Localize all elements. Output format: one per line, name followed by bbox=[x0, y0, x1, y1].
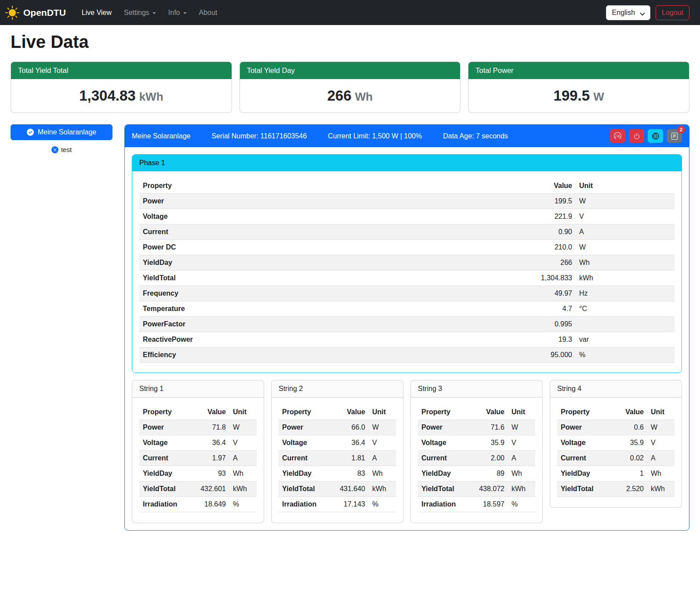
string-4-table: PropertyValueUnit Power0.6WVoltage35.9VC… bbox=[557, 405, 675, 497]
page: Live Data Total Yield Total 1,304.83kWh … bbox=[0, 25, 700, 544]
table-row: Current0.02A bbox=[557, 451, 675, 466]
unit-cell: V bbox=[576, 209, 675, 224]
navbar: OpenDTU Live View Settings Info About En… bbox=[0, 0, 700, 25]
table-row: Voltage36.4V bbox=[279, 435, 396, 451]
string-4-card: String 4 PropertyValueUnit Power0.6WVolt… bbox=[550, 380, 682, 508]
phase-table: PropertyValueUnit Power199.5WVoltage221.… bbox=[139, 178, 675, 363]
current-limit: Current Limit: 1,500 W | 100% bbox=[328, 132, 422, 140]
unit-cell: A bbox=[647, 451, 675, 466]
value-cell: 1.97 bbox=[190, 451, 229, 466]
unit-cell: A bbox=[508, 451, 535, 466]
language-select[interactable]: English bbox=[606, 5, 650, 20]
unit-cell: Wh bbox=[647, 466, 675, 481]
value-cell: 49.97 bbox=[400, 286, 576, 301]
card-title: Total Power bbox=[468, 62, 689, 79]
table-row: PowerFactor0.995 bbox=[139, 317, 675, 332]
property-cell: Power bbox=[557, 420, 612, 435]
unit-cell: V bbox=[508, 435, 535, 451]
card-value: 266 bbox=[327, 87, 352, 104]
sun-icon bbox=[5, 6, 19, 20]
property-cell: YieldDay bbox=[139, 466, 190, 481]
unit-cell: kWh bbox=[508, 481, 535, 497]
inverter-name: Meine Solaranlage bbox=[132, 132, 190, 140]
data-age: Data Age: 7 seconds bbox=[443, 132, 508, 140]
property-cell: Irradiation bbox=[418, 497, 468, 512]
table-row: Voltage221.9V bbox=[139, 209, 675, 224]
value-cell: 83 bbox=[329, 466, 369, 481]
total-yield-total-card: Total Yield Total 1,304.83kWh bbox=[11, 62, 232, 113]
column-header: Unit bbox=[508, 405, 535, 420]
string-3-card: String 3 PropertyValueUnit Power71.6WVol… bbox=[410, 380, 543, 523]
property-cell: Power bbox=[139, 420, 190, 435]
property-cell: Current bbox=[557, 451, 612, 466]
value-cell: 36.4 bbox=[190, 435, 229, 451]
table-row: YieldDay266Wh bbox=[139, 255, 675, 271]
property-cell: Power bbox=[279, 420, 329, 435]
unit-cell: kWh bbox=[229, 481, 257, 497]
unit-cell: Wh bbox=[369, 466, 396, 481]
power-icon bbox=[633, 133, 640, 140]
value-cell: 1,304.833 bbox=[400, 271, 576, 286]
logout-button[interactable]: Logout bbox=[656, 5, 689, 20]
unit-cell bbox=[576, 317, 675, 332]
unit-cell: % bbox=[369, 497, 396, 512]
unit-cell: % bbox=[229, 497, 257, 512]
property-cell: Current bbox=[418, 451, 468, 466]
serial-number: Serial Number: 116171603546 bbox=[211, 132, 307, 140]
table-row: Current2.00A bbox=[418, 451, 535, 466]
unit-cell: kWh bbox=[647, 481, 675, 497]
string-title: String 1 bbox=[132, 380, 264, 398]
property-cell: Current bbox=[139, 224, 400, 240]
column-header: Property bbox=[418, 405, 468, 420]
unit-cell: A bbox=[229, 451, 257, 466]
card-title: Total Yield Day bbox=[240, 62, 461, 79]
property-cell: YieldTotal bbox=[557, 481, 612, 497]
table-header-row: PropertyValueUnit bbox=[418, 405, 535, 420]
brand[interactable]: OpenDTU bbox=[5, 6, 66, 20]
nav-info[interactable]: Info bbox=[162, 5, 193, 20]
table-row: YieldTotal438.072kWh bbox=[418, 481, 535, 497]
value-cell: 36.4 bbox=[329, 435, 369, 451]
limit-settings-button[interactable] bbox=[610, 129, 625, 143]
inverter-select-button[interactable]: Meine Solaranlage bbox=[11, 124, 112, 140]
panel-actions: 2 bbox=[610, 129, 682, 143]
inverter-panel: Meine Solaranlage Serial Number: 1161716… bbox=[124, 124, 689, 531]
brand-label: OpenDTU bbox=[23, 7, 66, 18]
speedometer-icon bbox=[614, 132, 621, 140]
unit-cell: A bbox=[576, 224, 675, 240]
card-unit: W bbox=[593, 90, 604, 103]
property-cell: Current bbox=[279, 451, 329, 466]
value-cell: 432.601 bbox=[190, 481, 229, 497]
value-cell: 18.649 bbox=[190, 497, 229, 512]
value-cell: 19.3 bbox=[400, 332, 576, 347]
device-info-button[interactable] bbox=[648, 129, 663, 143]
nav-live-view[interactable]: Live View bbox=[76, 5, 118, 20]
chevron-down-icon bbox=[183, 12, 187, 14]
value-cell: 438.072 bbox=[468, 481, 508, 497]
unit-cell: W bbox=[647, 420, 675, 435]
table-row: YieldDay1Wh bbox=[557, 466, 675, 481]
total-power-card: Total Power 199.5W bbox=[468, 62, 689, 113]
table-row: Voltage35.9V bbox=[557, 435, 675, 451]
string-title: String 4 bbox=[550, 380, 682, 398]
nav-settings[interactable]: Settings bbox=[118, 5, 162, 20]
power-button[interactable] bbox=[629, 129, 644, 143]
chevron-down-icon bbox=[152, 12, 156, 14]
summary-cards: Total Yield Total 1,304.83kWh Total Yiel… bbox=[11, 62, 689, 113]
column-header: Value bbox=[329, 405, 369, 420]
nav-about[interactable]: About bbox=[193, 5, 224, 20]
string-title: String 2 bbox=[272, 380, 403, 398]
event-log-button[interactable]: 2 bbox=[667, 129, 682, 143]
table-row: Irradiation17.143% bbox=[279, 497, 396, 512]
unit-cell: % bbox=[508, 497, 535, 512]
value-cell: 266 bbox=[400, 255, 576, 271]
column-header: Value bbox=[612, 405, 647, 420]
property-cell: Current bbox=[139, 451, 190, 466]
x-circle-icon bbox=[51, 146, 58, 153]
value-cell: 221.9 bbox=[400, 209, 576, 224]
inverter-sidebar: Meine Solaranlage test bbox=[11, 124, 112, 153]
unit-cell: V bbox=[369, 435, 396, 451]
inverter-test-link[interactable]: test bbox=[11, 146, 112, 153]
property-cell: YieldTotal bbox=[139, 481, 190, 497]
value-cell: 35.9 bbox=[612, 435, 647, 451]
